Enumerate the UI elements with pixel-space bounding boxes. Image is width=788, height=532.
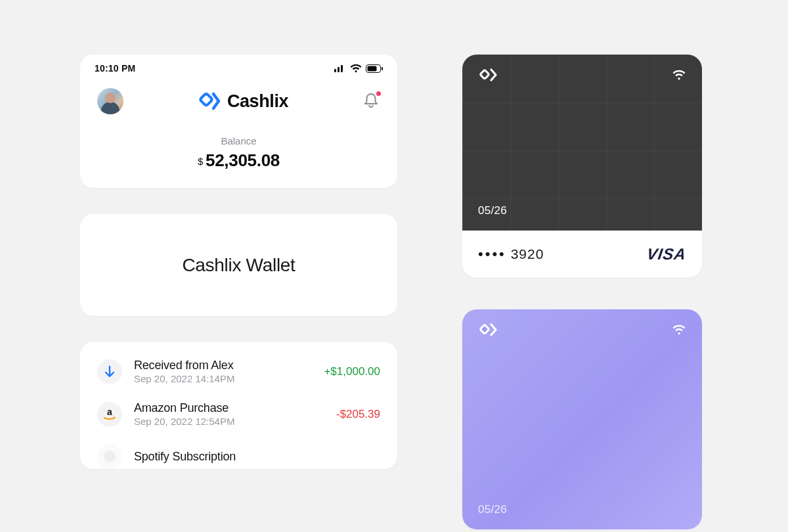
transaction-title: Amazon Purchase	[134, 401, 324, 415]
brand: Cashlix	[197, 91, 288, 112]
svg-rect-2	[341, 65, 343, 72]
svg-point-9	[104, 451, 116, 462]
card-brand-icon	[478, 68, 498, 82]
avatar[interactable]	[97, 88, 123, 114]
svg-rect-5	[382, 67, 383, 70]
amazon-icon: a	[97, 402, 122, 427]
card-network-visa: VISA	[646, 245, 688, 263]
svg-rect-1	[338, 67, 339, 72]
notification-dot	[375, 90, 382, 97]
card-mask-dots: ••••	[478, 246, 506, 262]
contactless-icon	[672, 324, 686, 336]
card-expiry: 05/26	[478, 204, 686, 217]
transaction-title: Received from Alex	[134, 359, 312, 372]
contactless-icon	[672, 69, 686, 81]
brand-name: Cashlix	[227, 91, 288, 112]
arrow-down-icon	[97, 359, 122, 384]
app-header-card: 10:10 PM	[80, 55, 397, 188]
card-expiry: 05/26	[478, 503, 686, 516]
transaction-row[interactable]: Received from Alex Sep 20, 2022 14:14PM …	[97, 350, 380, 393]
transactions-card: Received from Alex Sep 20, 2022 14:14PM …	[80, 342, 397, 469]
svg-rect-0	[334, 69, 336, 72]
card-brand-icon	[478, 322, 498, 337]
balance-value: 52,305.08	[206, 150, 280, 170]
transaction-date: Sep 20, 2022 14:14PM	[134, 373, 312, 384]
card-last4: 3920	[511, 246, 544, 261]
svg-rect-4	[368, 66, 377, 71]
status-icons	[334, 64, 383, 73]
payment-card[interactable]: 05/26 •••• 3920 VISA	[462, 55, 702, 278]
transaction-title: Spotify Subscription	[134, 450, 380, 464]
currency-symbol: $	[198, 156, 203, 167]
transaction-amount: +$1,000.00	[324, 365, 380, 378]
transaction-row[interactable]: a Amazon Purchase Sep 20, 2022 12:54PM -…	[97, 393, 380, 435]
notifications-button[interactable]	[362, 92, 380, 110]
svg-text:a: a	[107, 408, 112, 417]
transaction-row[interactable]: Spotify Subscription	[97, 435, 380, 469]
balance-block: Balance $52,305.08	[80, 121, 397, 171]
transaction-date: Sep 20, 2022 12:54PM	[134, 416, 324, 427]
wallet-title: Cashlix Wallet	[182, 255, 295, 276]
status-bar: 10:10 PM	[80, 55, 397, 78]
brand-logo-icon	[197, 91, 221, 111]
wallet-title-card[interactable]: Cashlix Wallet	[80, 214, 397, 316]
balance-amount: $52,305.08	[80, 150, 397, 171]
spotify-icon	[97, 444, 122, 469]
cellular-icon	[334, 64, 346, 72]
status-time: 10:10 PM	[95, 63, 135, 74]
wifi-icon	[350, 64, 362, 73]
card-number: •••• 3920	[478, 246, 544, 263]
payment-card[interactable]: 05/26	[462, 309, 702, 529]
transaction-amount: -$205.39	[336, 408, 380, 421]
balance-label: Balance	[80, 135, 397, 146]
battery-icon	[366, 64, 383, 73]
